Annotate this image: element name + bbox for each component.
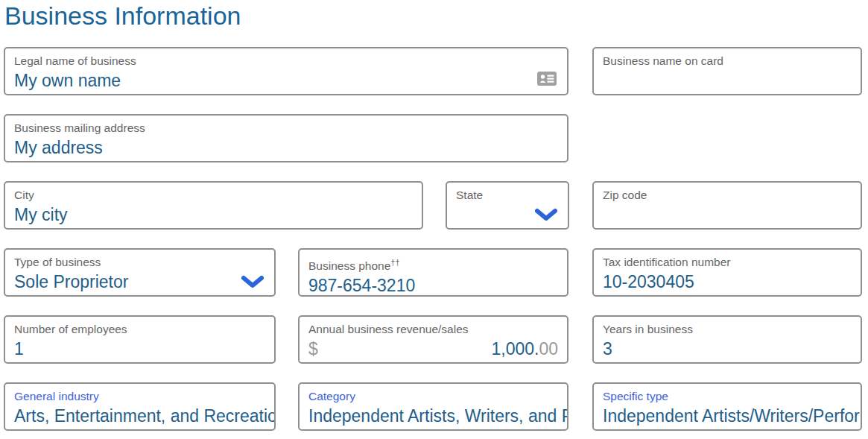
state-select[interactable]: State <box>446 181 569 230</box>
legal-name-field[interactable]: Legal name of business My own name <box>4 47 568 95</box>
currency-symbol: $ <box>308 338 318 360</box>
specific-type-field[interactable]: Specific type Independent Artists/Writer… <box>592 382 862 431</box>
years-in-business-value: 3 <box>603 338 852 360</box>
city-value: My city <box>14 203 413 226</box>
category-label: Category <box>308 389 558 404</box>
annual-revenue-value: $ 1,000.00 <box>308 338 558 360</box>
annual-revenue-field[interactable]: Annual business revenue/sales $ 1,000.00 <box>298 315 568 364</box>
category-value: Independent Artists, Writers, and Perfor… <box>308 405 558 427</box>
business-phone-label: Business phone†† <box>308 255 558 274</box>
zip-code-label: Zip code <box>603 188 852 203</box>
zip-code-field[interactable]: Zip code <box>592 181 862 230</box>
id-card-icon <box>537 72 557 86</box>
state-label: State <box>456 188 559 203</box>
general-industry-label: General industry <box>14 389 265 404</box>
city-label: City <box>14 188 413 203</box>
business-phone-value: 987-654-3210 <box>308 274 558 297</box>
annual-revenue-label: Annual business revenue/sales <box>308 322 558 337</box>
years-in-business-label: Years in business <box>603 322 852 337</box>
tax-id-value: 10-2030405 <box>603 271 852 293</box>
business-name-on-card-label: Business name on card <box>603 54 852 69</box>
tax-id-field[interactable]: Tax identification number 10-2030405 <box>592 248 862 297</box>
general-industry-value: Arts, Entertainment, and Recreation <box>14 405 265 427</box>
legal-name-value: My own name <box>14 69 558 92</box>
num-employees-field[interactable]: Number of employees 1 <box>4 315 276 364</box>
type-of-business-value: Sole Proprietor <box>14 271 265 293</box>
type-of-business-select[interactable]: Type of business Sole Proprietor <box>4 248 276 297</box>
specific-type-label: Specific type <box>603 389 852 404</box>
mailing-address-field[interactable]: Business mailing address My address <box>4 114 568 162</box>
amount-whole: 1,000. <box>491 339 539 359</box>
num-employees-label: Number of employees <box>14 322 265 337</box>
general-industry-field[interactable]: General industry Arts, Entertainment, an… <box>4 382 276 431</box>
mailing-address-value: My address <box>14 136 558 159</box>
legal-name-label: Legal name of business <box>14 54 558 69</box>
tax-id-label: Tax identification number <box>603 255 852 270</box>
business-name-on-card-field[interactable]: Business name on card <box>592 47 862 95</box>
num-employees-value: 1 <box>14 338 265 360</box>
category-field[interactable]: Category Independent Artists, Writers, a… <box>298 382 568 431</box>
specific-type-value: Independent Artists/Writers/Performers <box>603 405 852 427</box>
business-information-form: Business Information Legal name of busin… <box>0 0 868 439</box>
dagger-superscript: †† <box>390 258 399 267</box>
page-title: Business Information <box>4 1 241 31</box>
amount-cents: 00 <box>539 339 558 359</box>
type-of-business-label: Type of business <box>14 255 265 270</box>
chevron-down-icon <box>241 275 264 288</box>
city-field[interactable]: City My city <box>4 181 423 230</box>
years-in-business-field[interactable]: Years in business 3 <box>592 315 862 364</box>
mailing-address-label: Business mailing address <box>14 121 558 136</box>
business-phone-field[interactable]: Business phone†† 987-654-3210 <box>298 248 568 297</box>
chevron-down-icon <box>534 208 558 221</box>
